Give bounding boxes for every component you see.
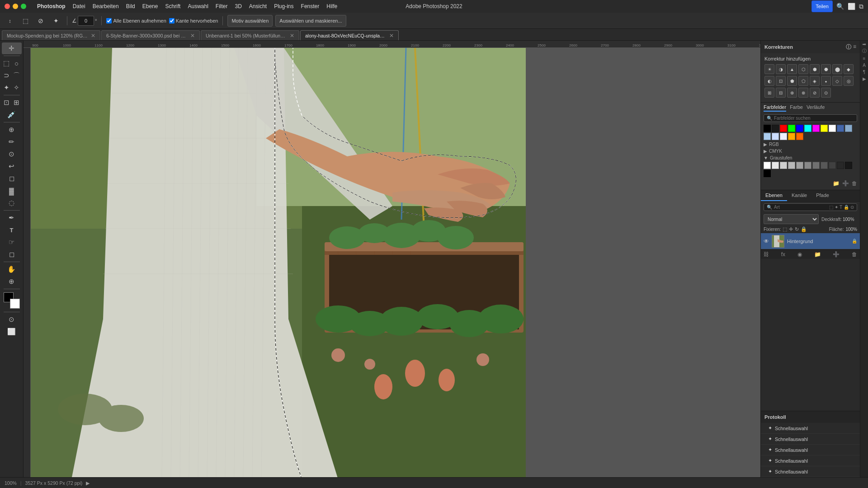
correction-icon-1-2[interactable]: ⬟ [787, 76, 797, 86]
menu-item-hilfe[interactable]: Hilfe [323, 0, 341, 13]
history-item-4[interactable]: ✦Schnellauswahl [761, 466, 860, 477]
gray-swatch[interactable] [837, 162, 844, 169]
history-brush-btn[interactable]: ↩ [2, 160, 22, 172]
perspective-crop-btn[interactable]: ⊞ [12, 97, 21, 108]
shape-btn[interactable]: ◻ [2, 249, 22, 260]
tool-mode-btn[interactable]: ↕ [4, 15, 16, 27]
color-swatch[interactable] [772, 125, 779, 132]
color-swatch[interactable] [829, 125, 836, 132]
color-swatch[interactable] [780, 133, 787, 140]
search-icon[interactable]: 🔍 [836, 3, 844, 10]
gray-swatch[interactable] [788, 162, 795, 169]
tab-close-icon[interactable]: ✕ [290, 33, 294, 38]
color-swatch[interactable] [788, 125, 795, 132]
correction-icon-1-7[interactable]: ◎ [844, 76, 854, 86]
fix-icon-2[interactable]: ✛ [789, 226, 793, 232]
add-effect-icon[interactable]: fx [781, 251, 785, 258]
correction-icon-1-4[interactable]: ◈ [810, 76, 820, 86]
tab-close-icon[interactable]: ✕ [91, 33, 95, 38]
correction-icon-0-1[interactable]: ◑ [776, 64, 786, 74]
close-button[interactable] [5, 4, 10, 9]
color-swatch[interactable] [796, 125, 803, 132]
clone-stamp-btn[interactable]: ⊙ [2, 148, 22, 160]
layers-search-input[interactable] [774, 205, 827, 210]
correction-icon-0-5[interactable]: ⬣ [821, 64, 831, 74]
opacity-value[interactable]: 100% [843, 217, 857, 222]
path-select-btn[interactable]: ☞ [2, 236, 22, 248]
correction-icon-1-1[interactable]: ⊡ [776, 76, 786, 86]
panel-side-icon-3[interactable]: ≡ [863, 56, 866, 61]
correction-icon-2-1[interactable]: ⊟ [776, 88, 786, 98]
tool-option-1[interactable]: ⬚ [19, 15, 32, 27]
canvas-area[interactable]: 9001000110012001300140015001600170018001… [24, 41, 760, 477]
gray-swatch[interactable] [845, 162, 852, 169]
fix-icon-4[interactable]: 🔒 [801, 226, 807, 232]
workspace-icon[interactable]: ⬜ [848, 3, 855, 10]
polygonal-lasso-btn[interactable]: ⌒ [12, 70, 21, 81]
tab-2[interactable]: Unbenannt-1 bei 50% (Musterfüllung 1, Eb… [201, 30, 299, 40]
correction-icon-2-5[interactable]: ⊙ [821, 88, 831, 98]
correction-icon-1-3[interactable]: ⬠ [798, 76, 808, 86]
history-item-1[interactable]: ✦Schnellauswahl [761, 434, 860, 445]
color-swatch[interactable] [764, 125, 771, 132]
correction-icon-2-2[interactable]: ⊕ [787, 88, 797, 98]
tab-kanaele[interactable]: Kanäle [787, 190, 811, 201]
eyedropper-btn[interactable]: 💉 [2, 109, 22, 121]
layer-item-hintergrund[interactable]: 👁 Hintergrund 🔒 [761, 233, 860, 249]
cmyk-header[interactable]: ▶ CMYK [764, 149, 857, 154]
menu-item-photoshop[interactable]: Photoshop [33, 0, 69, 13]
gray-swatch[interactable] [812, 162, 820, 169]
correction-icon-2-0[interactable]: ⊞ [764, 88, 774, 98]
eraser-btn[interactable]: ◻ [2, 173, 22, 184]
fix-icon-3[interactable]: ↻ [795, 226, 799, 232]
correction-icon-0-0[interactable]: ☀ [764, 64, 774, 74]
gradient-btn[interactable]: ▓ [2, 185, 22, 197]
gray-swatch[interactable] [764, 170, 771, 177]
crop-btn[interactable]: ⊡ [2, 97, 11, 108]
gray-swatch[interactable] [821, 162, 828, 169]
healing-brush-btn[interactable]: ⊕ [2, 124, 22, 136]
layer-eye-icon[interactable]: 👁 [764, 238, 769, 244]
layer-mode-select[interactable]: Normal Auflösen Abdunkeln Multiplizieren [764, 214, 819, 224]
correction-icon-1-0[interactable]: ◐ [764, 76, 774, 86]
ellipse-marquee-btn[interactable]: ○ [12, 57, 21, 69]
tab-ebenen[interactable]: Ebenen [761, 190, 787, 201]
color-swatch[interactable] [772, 133, 779, 140]
panel-info-icon[interactable]: ⓘ [846, 43, 851, 51]
create-layer-icon[interactable]: ➕ [833, 251, 840, 258]
panel-side-icon-5[interactable]: ¶ [863, 70, 865, 75]
correction-icon-0-4[interactable]: ⬢ [810, 64, 820, 74]
tab-farbe[interactable]: Farbe [790, 104, 803, 112]
delete-layer-icon[interactable]: 🗑 [852, 251, 857, 258]
color-swatch[interactable] [837, 125, 844, 132]
tab-close-icon[interactable]: ✕ [190, 33, 195, 38]
select-subject-button[interactable]: Motiv auswählen [227, 15, 273, 27]
screen-mode-btn[interactable]: ⬜ [2, 326, 22, 338]
menu-item-bild[interactable]: Bild [123, 0, 139, 13]
panel-side-icon-2[interactable]: ⓘ [862, 48, 867, 54]
rect-marquee-btn[interactable]: ⬚ [2, 57, 11, 69]
brush-btn[interactable]: ✏ [2, 136, 22, 148]
swatch-search-input[interactable] [774, 116, 854, 121]
color-swatch[interactable] [804, 125, 811, 132]
swatch-delete-icon[interactable]: 🗑 [852, 180, 857, 187]
minimize-button[interactable] [13, 4, 18, 9]
link-layers-icon[interactable]: ⛓ [764, 251, 769, 258]
text-btn[interactable]: T [2, 224, 22, 236]
history-header[interactable]: Protokoll [761, 411, 860, 423]
tab-verlaeufe[interactable]: Verläufe [807, 104, 825, 112]
move-tool-btn[interactable]: ✛ [2, 42, 22, 54]
color-swatch[interactable] [780, 125, 787, 132]
menu-item-bearbeiten[interactable]: Bearbeiten [89, 0, 123, 13]
correction-icon-2-3[interactable]: ⊗ [798, 88, 808, 98]
zoom-level[interactable]: 100% [5, 480, 17, 486]
tab-farbfelder[interactable]: Farbfelder [764, 104, 786, 112]
quick-mask-btn[interactable]: ⊙ [2, 314, 22, 325]
menu-item-fenster[interactable]: Fenster [297, 0, 323, 13]
maximize-button[interactable] [21, 4, 26, 9]
panel-side-icon-4[interactable]: A [863, 63, 866, 68]
menu-item-plugins[interactable]: Plug-ins [270, 0, 297, 13]
color-swatch[interactable] [788, 133, 795, 140]
menu-item-d[interactable]: 3D [231, 0, 245, 13]
tool-option-3[interactable]: ✦ [50, 15, 62, 27]
